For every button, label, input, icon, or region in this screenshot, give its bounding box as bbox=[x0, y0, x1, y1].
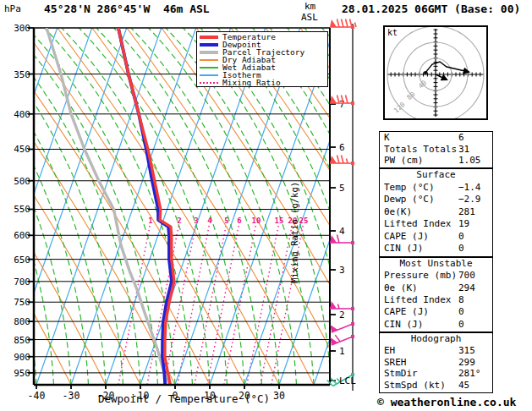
panel-title: Hodograph bbox=[380, 333, 492, 345]
stat-label: SREH bbox=[384, 357, 492, 369]
mixing-ratio-value-label: 1 bbox=[148, 216, 152, 225]
stat-value: 0 bbox=[458, 231, 464, 244]
stat-value: 1.05 bbox=[458, 155, 481, 167]
panel-title: Most Unstable bbox=[380, 258, 492, 270]
wind-barb-pennant bbox=[330, 156, 337, 163]
wet-adiabat-line bbox=[62, 28, 210, 385]
wind-barb-pennant bbox=[330, 301, 337, 309]
isotherm-line bbox=[36, 28, 162, 385]
pressure-tick-label: 900 bbox=[14, 352, 30, 363]
wind-barb-full bbox=[337, 156, 340, 164]
stat-label: CIN (J) bbox=[384, 319, 492, 331]
mixing-ratio-value-labels: 12345610152025 bbox=[148, 216, 308, 225]
stat-row: Pressure (mb)700 bbox=[380, 270, 492, 282]
wind-barb-full bbox=[346, 19, 348, 28]
km-tick-label: 1 bbox=[339, 346, 345, 357]
stat-row: CIN (J)0 bbox=[380, 319, 492, 331]
stat-label: CAPE (J) bbox=[384, 306, 492, 318]
station-title: 45°28'N 286°45'W 46m ASL bbox=[44, 3, 210, 15]
stat-row: Lifted Index19 bbox=[380, 218, 492, 231]
wind-barb-attach-dot bbox=[351, 162, 354, 165]
stat-value: 281 bbox=[458, 206, 475, 219]
stat-row: StmDir281° bbox=[380, 368, 492, 380]
wind-barb bbox=[330, 96, 354, 106]
panel-title: Surface bbox=[380, 169, 492, 182]
legend-sample-wet-adiabat bbox=[200, 67, 218, 68]
stat-row: θe (K)294 bbox=[380, 282, 492, 294]
wind-barb-column bbox=[327, 19, 356, 392]
pressure-tick-label: 500 bbox=[14, 176, 30, 187]
wind-barb bbox=[330, 156, 354, 166]
stat-row: EH315 bbox=[380, 345, 492, 357]
wet-adiabat-line bbox=[45, 28, 193, 385]
stat-value: 31 bbox=[458, 144, 469, 156]
stat-value: 700 bbox=[458, 270, 475, 282]
pressure-tick-label: 650 bbox=[14, 255, 30, 266]
wind-barb-full bbox=[342, 156, 344, 164]
wind-barb-full bbox=[346, 96, 348, 104]
wind-barb-half bbox=[355, 23, 357, 28]
mixing-ratio-value-label: 4 bbox=[207, 216, 212, 225]
km-tick-label: 7 bbox=[339, 99, 345, 110]
km-tick-label: 3 bbox=[339, 265, 345, 276]
stat-row: Lifted Index8 bbox=[380, 294, 492, 306]
stat-value: 0 bbox=[458, 243, 464, 255]
stat-label: EH bbox=[384, 345, 492, 357]
pressure-tick-label: 300 bbox=[14, 23, 30, 34]
wind-barb-attach-dot bbox=[351, 101, 354, 105]
wind-barb-pennant bbox=[330, 235, 337, 243]
lcl-marker-label: LCL bbox=[339, 375, 356, 386]
stat-value: 0 bbox=[458, 306, 464, 318]
stat-row: CAPE (J)0 bbox=[380, 231, 492, 244]
stat-value: 315 bbox=[458, 345, 475, 357]
km-tick-label: 4 bbox=[339, 226, 345, 237]
stat-value: −2.9 bbox=[458, 194, 481, 206]
pressure-tick-label: 850 bbox=[14, 335, 30, 346]
stat-row: PW (cm)1.05 bbox=[380, 155, 492, 167]
wind-barb-pennant bbox=[330, 96, 337, 103]
wet-adiabat-line bbox=[0, 28, 2, 385]
pressure-tick-label: 350 bbox=[14, 69, 30, 80]
legend-sample-isotherm bbox=[200, 74, 218, 76]
stat-label: Totals Totals bbox=[384, 144, 492, 156]
wind-barb-pennant bbox=[330, 337, 337, 345]
stat-row: K6 bbox=[380, 132, 492, 144]
mixing-ratio-value-label: 10 bbox=[252, 216, 261, 225]
run-datetime: 28.01.2025 06GMT (Base: 00) bbox=[342, 3, 520, 15]
wind-barb-full bbox=[342, 19, 344, 28]
stat-value: 45 bbox=[458, 380, 469, 392]
legend-item-mixing-ratio: Mixing Ratio bbox=[200, 79, 325, 86]
hodograph-unit-label: kt bbox=[387, 28, 398, 37]
legend-item-wet-adiabat: Wet Adiabat bbox=[200, 63, 325, 71]
pressure-tick-label: 450 bbox=[14, 144, 30, 155]
pressure-tick-label: 600 bbox=[14, 230, 30, 241]
panel-hodograph: HodographEH315SREH299StmDir281°StmSpd (k… bbox=[379, 332, 493, 393]
pressure-tick-label: 750 bbox=[14, 297, 30, 308]
wind-barb bbox=[330, 301, 354, 310]
legend-item-temperature: Temperature bbox=[200, 33, 325, 41]
wind-barb-attach-dot bbox=[351, 335, 354, 338]
wind-barb-pennant bbox=[330, 325, 337, 332]
stat-value: 281° bbox=[458, 368, 481, 380]
wind-barb-attach-dot bbox=[351, 25, 354, 29]
mixing-ratio-value-label: 15 bbox=[275, 216, 284, 225]
stat-label: Pressure (mb) bbox=[384, 270, 492, 282]
stat-row: Totals Totals31 bbox=[380, 144, 492, 156]
pressure-axis-unit: hPa bbox=[4, 3, 21, 14]
stat-row: θe(K)281 bbox=[380, 206, 492, 219]
legend-sample-dewpoint bbox=[200, 43, 218, 47]
wet-adiabat-line bbox=[0, 28, 71, 385]
mixing-ratio-axis-label: Mixing Ratio (g/kg) bbox=[289, 182, 299, 283]
stat-label: CIN (J) bbox=[384, 243, 492, 255]
stat-value: −1.4 bbox=[458, 182, 481, 195]
wind-barb-attach-dot bbox=[351, 307, 354, 310]
height-axis-unit: km bbox=[304, 1, 315, 12]
wet-adiabat-line bbox=[27, 28, 175, 385]
wind-barb bbox=[330, 335, 354, 345]
stat-row: CAPE (J)0 bbox=[380, 306, 492, 318]
stat-value: 6 bbox=[458, 132, 464, 144]
temperature-axis-label: Dewpoint / Temperature (°C) bbox=[63, 392, 304, 405]
height-axis-unit-2: ASL bbox=[301, 12, 318, 23]
skewt-sounding-app: 12345610152025 3003504004505005506006507… bbox=[0, 0, 532, 411]
legend-sample-temperature bbox=[200, 36, 218, 39]
